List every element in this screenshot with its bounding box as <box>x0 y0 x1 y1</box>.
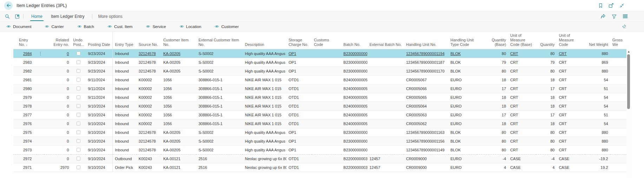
cell-uom[interactable]: CASE <box>557 163 585 172</box>
undo-post-checkbox[interactable] <box>77 113 80 117</box>
cell-customer-item-no[interactable]: 1056 <box>161 93 196 102</box>
column-header-related-entry-no[interactable]: Related Entry no. <box>44 32 71 49</box>
cell-posting-date[interactable]: 9/10/2024 <box>86 154 112 163</box>
table-row[interactable]: 298109/11/2024InboundK000021056308866-01… <box>13 75 626 84</box>
cell-uom-base[interactable]: CRT <box>508 67 536 75</box>
cell-customs-code[interactable] <box>312 67 341 75</box>
cell-entry-no[interactable]: 2978 <box>13 102 37 110</box>
cell-entry-type[interactable]: Inbound <box>113 75 137 84</box>
cell-handling-unit-no[interactable]: 123456789000001194 <box>404 49 448 58</box>
cell-entry-no[interactable]: 2975 <box>13 128 37 137</box>
cell-undo-post[interactable] <box>71 49 86 58</box>
cell-handling-unit-type-code[interactable]: EURO <box>448 163 477 172</box>
cell-description[interactable]: High quality AAA Angus b... <box>243 67 286 75</box>
cell-external-customer-item-no[interactable]: 308866-015-1 <box>196 119 243 128</box>
cell-batch-no[interactable]: B23000000006 <box>341 128 367 137</box>
filter-location[interactable]: Location <box>179 24 201 29</box>
cell-row-menu[interactable] <box>37 119 44 128</box>
cell-quantity[interactable]: -4 <box>536 154 557 163</box>
cell-uom-base[interactable]: CRT <box>508 110 536 119</box>
scrollbar-thumb[interactable] <box>627 54 630 109</box>
cell-uom[interactable]: CRT <box>557 93 585 102</box>
cell-posting-date[interactable]: 9/10/2024 <box>86 128 112 137</box>
cell-entry-type[interactable]: Inbound <box>113 93 137 102</box>
cell-gross-weight[interactable] <box>610 84 626 93</box>
cell-net-weight[interactable]: 54 <box>585 102 610 110</box>
cell-quantity[interactable]: 80 <box>536 67 557 75</box>
cell-customs-code[interactable] <box>312 84 341 93</box>
cell-customer-item-no[interactable]: KA-00205 <box>161 49 196 58</box>
table-row[interactable]: 297809/10/2024InboundK000021056308866-01… <box>13 102 626 110</box>
cell-description[interactable]: High quality AAA Angus b... <box>243 58 286 67</box>
cell-gross-weight[interactable] <box>610 128 626 137</box>
cell-gross-weight[interactable] <box>610 58 626 67</box>
cell-handling-unit-no[interactable]: CR0005063 <box>404 110 448 119</box>
cell-external-customer-item-no[interactable]: 308866-015-1 <box>196 110 243 119</box>
table-row[interactable]: 297909/11/2024InboundK000021056308866-01… <box>13 93 626 102</box>
cell-quantity-base[interactable]: 79 <box>477 58 508 67</box>
cell-row-menu[interactable] <box>37 128 44 137</box>
cell-handling-unit-type-code[interactable]: EURO <box>448 75 477 84</box>
cell-entry-type[interactable]: Inbound <box>113 119 137 128</box>
cell-posting-date[interactable]: 9/10/2024 <box>86 102 112 110</box>
cell-storage-charge-no[interactable]: OTD1 <box>287 163 312 172</box>
cell-quantity[interactable]: 79 <box>536 58 557 67</box>
cell-handling-unit-type-code[interactable]: EURO <box>448 154 477 163</box>
cell-row-menu[interactable] <box>37 154 44 163</box>
cell-row-menu[interactable] <box>37 75 44 84</box>
cell-entry-type[interactable]: Inbound <box>113 128 137 137</box>
cell-undo-post[interactable] <box>71 145 86 154</box>
cell-entry-no[interactable]: 2973 <box>13 145 37 154</box>
cell-uom[interactable]: CRT <box>557 137 585 145</box>
cell-external-customer-item-no[interactable]: 308866-015-1 <box>196 84 243 93</box>
column-header-external-batch-no[interactable]: External Batch No. <box>367 32 404 49</box>
cell-posting-date[interactable]: 9/10/2024 <box>86 145 112 154</box>
cell-entry-type[interactable]: Inbound <box>113 145 137 154</box>
cell-handling-unit-type-code[interactable]: BLOK <box>448 58 477 67</box>
cell-row-menu[interactable] <box>37 110 44 119</box>
cell-storage-charge-no[interactable]: OTD1 <box>287 119 312 128</box>
cell-uom-base[interactable]: CRT <box>508 137 536 145</box>
cell-quantity[interactable]: 18 <box>536 119 557 128</box>
cell-net-weight[interactable]: 54 <box>585 119 610 128</box>
undo-post-checkbox[interactable] <box>77 104 80 108</box>
cell-posting-date[interactable]: 9/10/2024 <box>86 163 112 172</box>
cell-quantity-base[interactable]: 18 <box>477 93 508 102</box>
cell-description[interactable]: Neolac growing up 6x 800... <box>243 163 286 172</box>
cell-handling-unit-type-code[interactable]: BLOK <box>448 128 477 137</box>
cell-description[interactable]: High quality AAA Angus b... <box>243 49 286 58</box>
cell-row-menu[interactable] <box>37 163 44 172</box>
cell-customs-code[interactable] <box>312 58 341 67</box>
cell-external-customer-item-no[interactable]: S-S0002 <box>196 137 243 145</box>
column-header-handling-unit-no[interactable]: Handling Unit No. <box>404 32 448 49</box>
cell-gross-weight[interactable] <box>610 67 626 75</box>
cell-description[interactable]: NIKE AIR MAX 1 015 <box>243 102 286 110</box>
cell-entry-no[interactable]: 2976 <box>13 119 37 128</box>
cell-gross-weight[interactable] <box>610 145 626 154</box>
cell-external-batch-no[interactable] <box>367 84 404 93</box>
cell-external-batch-no[interactable] <box>367 67 404 75</box>
cell-related-entry-no[interactable]: 0 <box>44 154 71 163</box>
cell-handling-unit-no[interactable]: 123456789000001156 <box>404 137 448 145</box>
cell-quantity-base[interactable]: 80 <box>477 49 508 58</box>
undo-post-checkbox[interactable] <box>77 148 80 152</box>
column-header-quantity[interactable]: Quantity <box>536 32 557 49</box>
cell-net-weight[interactable]: 880 <box>585 128 610 137</box>
cell-handling-unit-no[interactable]: 123456789000001163 <box>404 128 448 137</box>
cell-posting-date[interactable]: 9/10/2024 <box>86 137 112 145</box>
column-header-undo-post[interactable]: Undo Post... <box>71 32 86 49</box>
cell-quantity-base[interactable]: 18 <box>477 102 508 110</box>
cell-quantity[interactable]: 18 <box>536 102 557 110</box>
cell-uom[interactable]: CRT <box>557 58 585 67</box>
cell-row-menu[interactable]: ⋮ <box>37 49 44 58</box>
cell-gross-weight[interactable] <box>610 137 626 145</box>
tab-home[interactable]: Home <box>30 12 44 21</box>
cell-handling-unit-no[interactable]: 123456789000001187 <box>404 58 448 67</box>
cell-quantity-base[interactable]: -4 <box>477 154 508 163</box>
cell-entry-no[interactable]: 2983 <box>13 58 37 67</box>
cell-entry-no[interactable]: 2977 <box>13 110 37 119</box>
cell-row-menu[interactable] <box>37 84 44 93</box>
filter-icon[interactable] <box>612 14 617 19</box>
cell-gross-weight[interactable] <box>610 154 626 163</box>
column-header-customer-item-no[interactable]: Customer Item No. <box>161 32 196 49</box>
